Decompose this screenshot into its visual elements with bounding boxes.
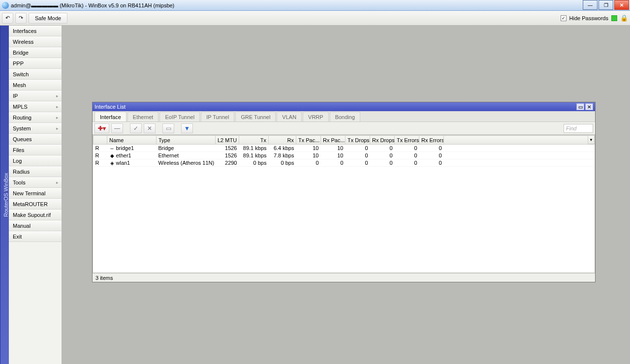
status-text: 3 items: [95, 275, 113, 281]
sidebar-item-ppp[interactable]: PPP: [9, 58, 62, 69]
tab-eoip-tunnel[interactable]: EoIP Tunnel: [159, 112, 200, 121]
column-header[interactable]: [94, 136, 107, 145]
sidebar-item-queues[interactable]: Queues: [9, 134, 62, 145]
tab-vlan[interactable]: VLAN: [277, 112, 302, 121]
submenu-arrow-icon: ▸: [56, 180, 59, 185]
submenu-arrow-icon: ▸: [56, 104, 59, 109]
disable-button[interactable]: ✕: [144, 123, 156, 133]
os-minimize-button[interactable]: —: [583, 0, 598, 10]
column-header[interactable]: Rx Errors: [419, 136, 444, 145]
columns-dropdown-button[interactable]: ▼: [588, 135, 595, 144]
table-row[interactable]: R◆ether1Ethernet152689.1 kbps7.8 kbps101…: [94, 152, 595, 159]
sidebar-item-tools[interactable]: Tools▸: [9, 177, 62, 188]
sidebar-item-radius[interactable]: Radius: [9, 166, 62, 177]
sidebar-item-exit[interactable]: Exit: [9, 231, 62, 242]
os-close-button[interactable]: ✕: [614, 0, 629, 10]
table-container: NameTypeL2 MTUTxRxTx Pac...Rx Pac...Tx D…: [93, 135, 595, 273]
hide-passwords-checkbox[interactable]: ✓: [561, 15, 567, 21]
column-header[interactable]: Tx: [239, 136, 269, 145]
tab-interface[interactable]: Interface: [94, 112, 126, 121]
sidebar-item-system[interactable]: System▸: [9, 123, 62, 134]
interface-icon: ◈: [109, 160, 115, 166]
interfaces-table: NameTypeL2 MTUTxRxTx Pac...Rx Pac...Tx D…: [93, 135, 595, 167]
table-row[interactable]: R↔bridge1Bridge152689.1 kbps6.4 kbps1010…: [94, 145, 595, 152]
sidebar-item-manual[interactable]: Manual: [9, 220, 62, 231]
remove-button[interactable]: —: [111, 123, 123, 133]
sidebar-item-make-supout-rif[interactable]: Make Supout.rif: [9, 210, 62, 220]
comment-button[interactable]: ▭: [162, 123, 174, 133]
tab-ip-tunnel[interactable]: IP Tunnel: [201, 112, 234, 121]
secure-indicator-icon: [611, 15, 617, 21]
inner-window-titlebar[interactable]: Interface List ▭ ✕: [93, 102, 595, 111]
sidebar-item-wireless[interactable]: Wireless: [9, 36, 62, 47]
sidebar-item-interfaces[interactable]: Interfaces: [9, 26, 62, 36]
interface-icon: ◆: [109, 153, 115, 158]
redo-icon: ↷: [19, 15, 23, 21]
undo-button[interactable]: ↶: [2, 13, 13, 24]
column-header[interactable]: Rx Drops: [370, 136, 395, 145]
sidebar-item-switch[interactable]: Switch: [9, 69, 62, 80]
tab-ethernet[interactable]: Ethernet: [127, 112, 159, 121]
inner-minimize-button[interactable]: ▭: [576, 103, 584, 110]
sidebar-item-mpls[interactable]: MPLS▸: [9, 101, 62, 112]
icon-toolbar: ✚▾ — ✓ ✕ ▭ ▼ Find: [93, 122, 595, 135]
column-header[interactable]: L2 MTU: [216, 136, 239, 145]
undo-icon: ↶: [5, 15, 10, 21]
sidebar-item-files[interactable]: Files: [9, 145, 62, 155]
app-toolbar: ↶ ↷ Safe Mode ✓ Hide Passwords 🔒: [0, 11, 630, 26]
column-header[interactable]: Type: [157, 136, 216, 145]
submenu-arrow-icon: ▸: [56, 126, 59, 131]
safe-mode-button[interactable]: Safe Mode: [29, 13, 67, 24]
filter-button[interactable]: ▼: [181, 123, 193, 133]
inner-window-title: Interface List: [94, 104, 126, 110]
tab-bar: InterfaceEthernetEoIP TunnelIP TunnelGRE…: [93, 111, 595, 122]
sidebar-item-new-terminal[interactable]: New Terminal: [9, 188, 62, 199]
tab-vrrp[interactable]: VRRP: [303, 112, 329, 121]
table-row[interactable]: R◈wlan1Wireless (Atheros 11N)22900 bps0 …: [94, 159, 595, 167]
hide-passwords-label: Hide Passwords: [569, 15, 608, 21]
interface-list-window: Interface List ▭ ✕ InterfaceEthernetEoIP…: [92, 102, 596, 282]
sidebar-item-routing[interactable]: Routing▸: [9, 112, 62, 123]
column-header[interactable]: Tx Errors: [395, 136, 419, 145]
workspace: Interface List ▭ ✕ InterfaceEthernetEoIP…: [62, 26, 630, 364]
submenu-arrow-icon: ▸: [56, 115, 59, 120]
add-button[interactable]: ✚▾: [94, 123, 109, 133]
column-header[interactable]: Tx Drops: [346, 136, 370, 145]
inner-close-button[interactable]: ✕: [585, 103, 593, 110]
sidebar: InterfacesWirelessBridgePPPSwitchMeshIP▸…: [9, 26, 62, 364]
enable-button[interactable]: ✓: [130, 123, 142, 133]
find-input[interactable]: Find: [564, 124, 593, 133]
column-header[interactable]: Name: [107, 136, 157, 145]
status-bar: 3 items: [93, 273, 595, 282]
sidebar-item-log[interactable]: Log: [9, 155, 62, 166]
sidebar-item-bridge[interactable]: Bridge: [9, 47, 62, 58]
sidebar-item-ip[interactable]: IP▸: [9, 91, 62, 101]
column-header[interactable]: Rx Pac...: [321, 136, 346, 145]
submenu-arrow-icon: ▸: [56, 93, 59, 98]
column-header[interactable]: Rx: [269, 136, 296, 145]
vertical-app-label: RouterOS WinBox: [0, 26, 9, 364]
tab-gre-tunnel[interactable]: GRE Tunnel: [235, 112, 276, 121]
sidebar-item-mesh[interactable]: Mesh: [9, 80, 62, 91]
os-titlebar: admin@▬▬▬▬▬ (MikroTik) - WinBox v5.9 on …: [0, 0, 630, 11]
window-title: admin@▬▬▬▬▬ (MikroTik) - WinBox v5.9 on …: [11, 2, 174, 8]
sidebar-item-metarouter[interactable]: MetaROUTER: [9, 199, 62, 210]
lock-icon: 🔒: [620, 14, 628, 22]
tab-bonding[interactable]: Bonding: [330, 112, 360, 121]
app-icon: [2, 2, 9, 9]
interface-icon: ↔: [109, 146, 115, 151]
os-restore-button[interactable]: ❐: [598, 0, 613, 10]
column-header[interactable]: Tx Pac...: [296, 136, 321, 145]
redo-button[interactable]: ↷: [15, 13, 27, 24]
